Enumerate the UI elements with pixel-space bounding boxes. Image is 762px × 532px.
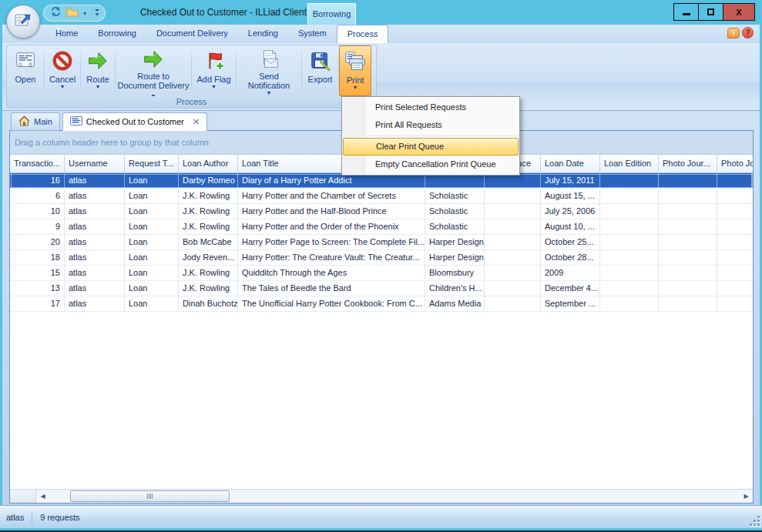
table-cell: J.K. Rowling xyxy=(179,204,238,219)
table-cell: Loan xyxy=(125,204,179,219)
ribbon-tab-system[interactable]: System xyxy=(288,25,337,43)
status-bar: atlas 9 requests xyxy=(0,505,762,528)
table-cell: Children's H... xyxy=(425,281,485,296)
column-header-8[interactable]: Loan Edition xyxy=(600,155,659,173)
column-header-7[interactable]: Loan Date xyxy=(541,155,600,173)
table-cell: Bob McCabe xyxy=(179,235,238,250)
cancel-button[interactable]: Cancel ▼ xyxy=(45,45,80,96)
table-row[interactable]: 6atlasLoanJ.K. RowlingHarry Potter and t… xyxy=(10,189,753,204)
tab-main-label: Main xyxy=(34,117,52,126)
grid-rows: 16atlasLoanDarby RomeoDiary of a Harry P… xyxy=(10,173,753,312)
table-cell: atlas xyxy=(65,266,125,281)
table-cell xyxy=(717,266,753,281)
table-cell: 15 xyxy=(10,266,65,281)
table-cell xyxy=(485,296,541,312)
table-cell xyxy=(717,281,753,296)
column-header-1[interactable]: Username xyxy=(65,155,125,173)
route-to-document-delivery-button[interactable]: Route to Document Delivery ▼ xyxy=(116,45,191,96)
dropdown-arrow-icon: ▼ xyxy=(96,84,101,90)
grid-empty-area xyxy=(10,312,753,489)
table-cell: Harry Potter and the Chamber of Secrets xyxy=(238,189,425,204)
scroll-right-icon[interactable]: ▶ xyxy=(740,490,753,503)
minimize-button[interactable] xyxy=(673,3,699,21)
table-cell: atlas xyxy=(65,235,125,250)
help-icon[interactable]: ? xyxy=(742,27,754,38)
menu-item-print-selected-requests[interactable]: Print Selected Requests xyxy=(343,99,519,116)
refresh-icon[interactable] xyxy=(50,6,62,20)
menu-item-empty-cancellation-print-queue[interactable]: Empty Cancellation Print Queue xyxy=(343,156,519,173)
info-bubble-icon[interactable]: i xyxy=(727,28,740,38)
application-menu-button[interactable] xyxy=(6,5,40,38)
column-header-2[interactable]: Request T... xyxy=(125,155,179,173)
route-button[interactable]: Route ▼ xyxy=(81,45,115,96)
qat-customize-icon[interactable]: ▾ xyxy=(96,9,99,17)
status-request-count: 9 requests xyxy=(32,513,87,522)
column-header-0[interactable]: Transactio... xyxy=(10,155,65,173)
table-cell: The Unofficial Harry Potter Cookbook: Fr… xyxy=(238,296,425,312)
table-cell: J.K. Rowling xyxy=(179,266,238,281)
table-cell xyxy=(485,189,541,204)
printer-icon xyxy=(344,49,367,75)
table-row[interactable]: 18atlasLoanJody Reven...Harry Potter: Th… xyxy=(10,250,753,266)
export-button[interactable]: Export xyxy=(302,45,338,96)
table-cell: 10 xyxy=(10,204,65,219)
open-button[interactable]: Open xyxy=(7,45,44,96)
table-cell xyxy=(717,189,753,204)
app-logo-icon xyxy=(13,10,33,33)
ribbon-tab-borrowing[interactable]: Borrowing xyxy=(88,25,146,43)
table-row[interactable]: 15atlasLoanJ.K. RowlingQuidditch Through… xyxy=(10,266,753,281)
tab-checked-out-to-customer[interactable]: Checked Out to Customer ✕ xyxy=(62,112,207,131)
table-row[interactable]: 16atlasLoanDarby RomeoDiary of a Harry P… xyxy=(10,173,753,189)
tab-main[interactable]: Main xyxy=(11,112,60,131)
scroll-left-icon[interactable]: ◀ xyxy=(36,490,49,503)
print-dropdown-menu: Print Selected RequestsPrint All Request… xyxy=(341,96,520,176)
table-cell: atlas xyxy=(65,204,125,219)
table-row[interactable]: 20atlasLoanBob McCabeHarry Potter Page t… xyxy=(10,235,753,250)
ribbon-tab-process[interactable]: Process xyxy=(337,25,389,43)
table-cell: J.K. Rowling xyxy=(179,219,238,235)
table-cell: Scholastic xyxy=(425,219,485,235)
close-button[interactable]: X xyxy=(723,3,755,21)
ribbon-tab-lending[interactable]: Lending xyxy=(238,25,288,43)
folder-icon[interactable] xyxy=(66,6,79,20)
table-cell: J.K. Rowling xyxy=(179,189,238,204)
route-icon xyxy=(86,48,109,74)
maximize-button[interactable] xyxy=(698,3,723,21)
ribbon-tab-home[interactable]: Home xyxy=(45,25,88,43)
table-cell xyxy=(600,204,659,219)
dropdown-arrow-icon: ▼ xyxy=(267,90,272,96)
folder-dropdown-icon[interactable]: ▾ xyxy=(83,10,86,17)
print-button[interactable]: Print ▼ xyxy=(339,45,371,96)
resize-grip[interactable] xyxy=(750,517,760,526)
table-row[interactable]: 13atlasLoanJ.K. RowlingThe Tales of Beed… xyxy=(10,281,753,296)
table-cell: atlas xyxy=(65,250,125,266)
table-row[interactable]: 9atlasLoanJ.K. RowlingHarry Potter and t… xyxy=(10,219,753,235)
table-cell xyxy=(600,296,659,312)
floppy-disk-icon xyxy=(309,48,332,74)
status-user: atlas xyxy=(0,513,32,522)
table-row[interactable]: 10atlasLoanJ.K. RowlingHarry Potter and … xyxy=(10,204,753,219)
menu-item-print-all-requests[interactable]: Print All Requests xyxy=(343,116,519,134)
send-notification-button[interactable]: Send Notification ▼ xyxy=(237,45,301,96)
table-cell: J.K. Rowling xyxy=(179,281,238,296)
table-row[interactable]: 17atlasLoanDinah BuchotzThe Unofficial H… xyxy=(10,296,753,312)
ribbon-tab-document-delivery[interactable]: Document Delivery xyxy=(146,25,238,43)
open-icon xyxy=(14,48,37,74)
table-cell xyxy=(485,173,541,189)
horizontal-scrollbar[interactable]: ◀ ▶ xyxy=(10,489,753,503)
table-cell xyxy=(659,281,717,296)
column-header-3[interactable]: Loan Author xyxy=(179,155,238,173)
table-cell: atlas xyxy=(65,219,125,235)
table-cell: August 10, ... xyxy=(541,219,600,235)
table-cell: Bloomsbury xyxy=(425,266,485,281)
menu-item-clear-print-queue[interactable]: Clear Print Queue xyxy=(343,138,519,156)
ribbon-group-label: Process xyxy=(7,96,376,108)
column-header-10[interactable]: Photo Jo xyxy=(717,155,753,173)
add-flag-button[interactable]: Add Flag ▼ xyxy=(192,45,236,96)
table-cell: 6 xyxy=(10,189,65,204)
scrollbar-thumb[interactable] xyxy=(70,490,230,502)
table-cell xyxy=(659,189,717,204)
tab-close-icon[interactable]: ✕ xyxy=(193,117,200,127)
table-cell: October 28... xyxy=(541,250,600,266)
column-header-9[interactable]: Photo Jour... xyxy=(659,155,717,173)
